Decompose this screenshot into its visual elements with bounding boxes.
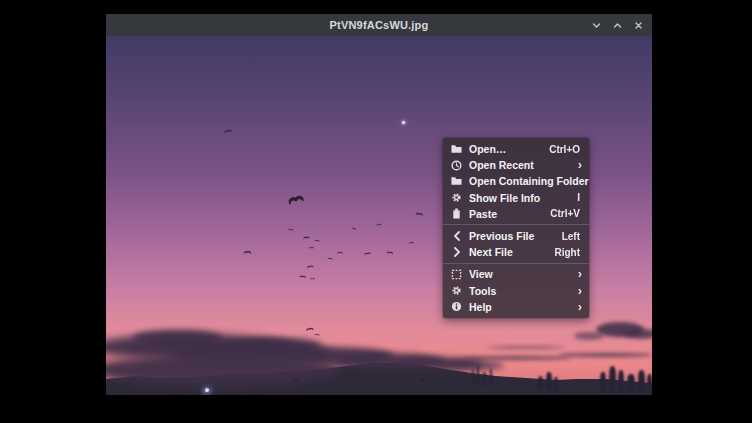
folder-icon	[451, 144, 462, 155]
menu-item-label: Show File Info	[469, 192, 570, 204]
info-icon	[451, 301, 462, 312]
menu-item-label: Previous File	[469, 230, 555, 242]
chevron-left-icon	[451, 231, 462, 242]
bush-silhouette	[477, 365, 479, 385]
submenu-chevron-icon: ›	[578, 160, 582, 170]
submenu-chevron-icon: ›	[578, 302, 582, 312]
bush-silhouette	[490, 368, 492, 386]
bird-silhouette	[386, 240, 393, 258]
photo-canvas[interactable]: Open…Ctrl+OOpen Recent›Open Containing F…	[106, 36, 652, 395]
menu-item-open-containing-folder[interactable]: Open Containing Folder	[443, 173, 589, 189]
gear-icon	[451, 192, 462, 203]
screen: PtVN9fACsWU.jpg Open…Ctrl+OOpen Recent›O…	[0, 0, 752, 423]
menu-item-label: View	[469, 268, 571, 280]
menu-item-open[interactable]: Open…Ctrl+O	[443, 141, 589, 157]
menu-item-label: Paste	[469, 208, 543, 220]
bush-silhouette	[638, 370, 645, 392]
menu-separator	[443, 263, 589, 264]
menu-item-tools[interactable]: Tools›	[443, 283, 589, 299]
star	[402, 121, 405, 124]
menu-item-label: Help	[469, 301, 571, 313]
bush-silhouette	[600, 372, 606, 392]
menu-item-label: Open Containing Folder	[469, 175, 589, 187]
bush-silhouette	[554, 377, 558, 390]
bush-silhouette	[609, 366, 616, 392]
menu-item-next-file[interactable]: Next FileRight	[443, 244, 589, 260]
minimize-button[interactable]	[589, 18, 604, 33]
bird-silhouette	[337, 240, 343, 258]
cloud	[486, 346, 566, 349]
bush-silhouette	[472, 369, 474, 385]
menu-shortcut: Ctrl+O	[549, 144, 580, 155]
menu-separator	[443, 224, 589, 225]
cloud	[624, 329, 652, 339]
distant-light	[205, 388, 209, 392]
bush-silhouette	[546, 372, 552, 390]
menu-item-label: Next File	[469, 246, 547, 258]
submenu-chevron-icon: ›	[578, 286, 582, 296]
cloud	[462, 356, 572, 360]
bird-silhouette	[244, 240, 251, 258]
menu-shortcut: Right	[554, 247, 580, 258]
menu-item-label: Tools	[469, 285, 571, 297]
menu-item-view[interactable]: View›	[443, 266, 589, 282]
titlebar[interactable]: PtVN9fACsWU.jpg	[106, 14, 652, 36]
cloud	[434, 361, 504, 370]
menu-item-open-recent[interactable]: Open Recent›	[443, 157, 589, 173]
maximize-button[interactable]	[610, 18, 625, 33]
chevron-right-icon	[451, 247, 462, 258]
bush-silhouette	[647, 374, 652, 392]
menu-item-help[interactable]: Help›	[443, 299, 589, 315]
bird-silhouette	[293, 368, 299, 386]
gear-icon	[451, 285, 462, 296]
menu-item-label: Open…	[469, 143, 542, 155]
bird-silhouette	[309, 235, 314, 253]
paste-icon	[451, 208, 462, 219]
menu-shortcut: I	[577, 192, 580, 203]
context-menu: Open…Ctrl+OOpen Recent›Open Containing F…	[443, 138, 589, 318]
clock-icon	[451, 160, 462, 171]
bird-silhouette	[310, 266, 315, 284]
image-viewer-window: PtVN9fACsWU.jpg Open…Ctrl+OOpen Recent›O…	[106, 14, 652, 395]
menu-item-show-file-info[interactable]: Show File InfoI	[443, 190, 589, 206]
menu-item-label: Open Recent	[469, 159, 571, 171]
menu-shortcut: Ctrl+V	[550, 208, 580, 219]
bush-silhouette	[483, 372, 486, 386]
bush-silhouette	[538, 376, 543, 390]
chevron-down-icon	[591, 20, 602, 31]
close-icon	[633, 20, 644, 31]
bird-silhouette	[299, 264, 306, 282]
close-button[interactable]	[631, 18, 646, 33]
chevron-up-icon	[612, 20, 623, 31]
bush-silhouette	[618, 370, 624, 392]
window-title: PtVN9fACsWU.jpg	[330, 19, 429, 31]
menu-item-previous-file[interactable]: Previous FileLeft	[443, 228, 589, 244]
bird-silhouette	[409, 230, 414, 248]
window-controls	[589, 14, 646, 36]
bush-silhouette	[627, 374, 635, 392]
menu-item-paste[interactable]: PasteCtrl+V	[443, 206, 589, 222]
cloud	[558, 353, 652, 357]
submenu-chevron-icon: ›	[578, 269, 582, 279]
folder-icon	[451, 176, 462, 187]
view-icon	[451, 269, 462, 280]
cloud	[574, 332, 604, 340]
menu-shortcut: Left	[562, 231, 580, 242]
